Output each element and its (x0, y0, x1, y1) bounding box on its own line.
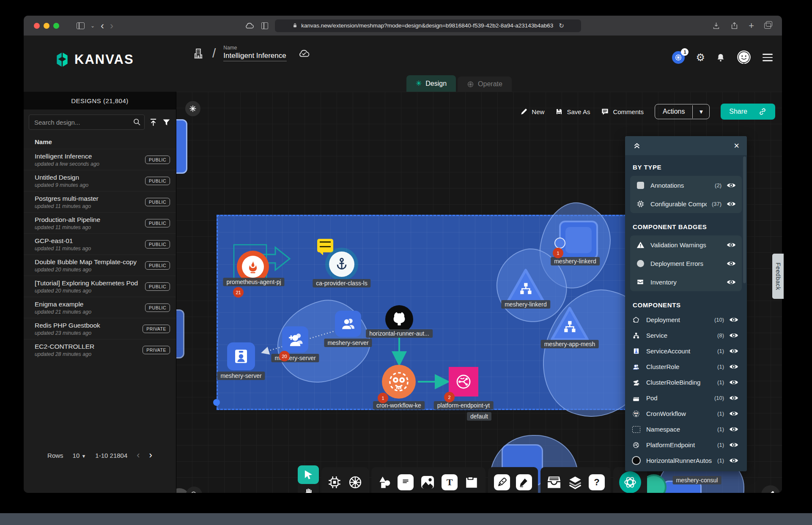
meshery-tool-button[interactable] (619, 471, 641, 493)
actions-caret-icon[interactable]: ▼ (692, 105, 709, 118)
meshery-server-clusterrole-node[interactable] (335, 311, 361, 337)
signature-pen-button[interactable] (761, 485, 780, 493)
eye-icon[interactable] (729, 364, 739, 370)
design-row[interactable]: Redis PHP Guestbook updated 23 minutes a… (24, 318, 176, 339)
eye-icon[interactable] (729, 442, 739, 448)
icloud-icon[interactable] (244, 22, 255, 29)
chevron-down-icon[interactable]: ⌄ (91, 23, 95, 28)
error-count-badge[interactable]: 2 (444, 392, 455, 402)
meshery-server-clusterrolebinding-node[interactable] (282, 326, 308, 353)
image-tool-button[interactable] (420, 474, 436, 490)
collapse-panel-button[interactable] (633, 142, 641, 150)
badge-row-deployment-errors[interactable]: Deployment Errors (630, 254, 742, 273)
eye-icon[interactable] (727, 201, 737, 207)
meshery-linkerd-namespace-node[interactable] (559, 221, 598, 260)
kubernetes-tool-button[interactable] (348, 475, 363, 490)
share-icon[interactable] (730, 22, 738, 30)
menu-hamburger-icon[interactable] (763, 54, 773, 61)
eye-icon[interactable] (729, 395, 739, 401)
design-row[interactable]: Untitled Design updated 9 minutes ago PU… (24, 170, 176, 191)
notifications-bell-icon[interactable] (716, 52, 725, 63)
user-avatar[interactable] (736, 50, 752, 65)
design-row[interactable]: EC2-CONTROLLER updated 28 minutes ago PR… (24, 339, 176, 360)
prev-page-button[interactable]: ‹ (137, 451, 140, 460)
settings-gear-icon[interactable]: ⚙ (696, 52, 705, 63)
edge-pen-tool-button[interactable] (494, 474, 510, 490)
reload-icon[interactable]: ↻ (559, 22, 564, 30)
rows-per-page-select[interactable]: 10 ▼ (73, 452, 86, 459)
sidebar-toggle-icon[interactable] (77, 22, 85, 29)
component-row-serviceaccount[interactable]: ServiceAccount (1) (625, 343, 747, 359)
component-row-pod[interactable]: Pod (10) (625, 390, 747, 406)
error-count-badge[interactable]: 1 (553, 248, 563, 258)
back-button[interactable]: ‹ (101, 20, 104, 32)
platform-endpoint-node[interactable] (449, 367, 478, 396)
badge-row-validation-warnings[interactable]: Validation Warnings (630, 235, 742, 254)
select-tool-button[interactable] (298, 465, 319, 484)
eye-icon[interactable] (729, 457, 739, 464)
design-row[interactable]: Production-alt Pipeline updated 11 minut… (24, 212, 176, 233)
layers-tool-button[interactable] (568, 475, 583, 490)
component-row-clusterrole[interactable]: ClusterRole (1) (625, 359, 747, 375)
canvas-options-button[interactable] (185, 101, 200, 116)
text-tool-button[interactable]: T (442, 474, 458, 490)
layer-row-annotations[interactable]: Annotations (2) (630, 176, 742, 194)
component-row-platformendpoint[interactable]: PlatformEndpoint (1) (625, 437, 747, 453)
error-count-badge[interactable]: 1 (378, 393, 388, 403)
tab-design[interactable]: ✳ Design (406, 75, 456, 92)
offscreen-node[interactable] (176, 119, 187, 174)
design-row[interactable]: Double Bubble Map Template-copy updated … (24, 254, 176, 276)
eye-icon[interactable] (727, 182, 737, 189)
design-row[interactable]: [Tutorial] Exploring Kubernetes Pod upda… (24, 276, 176, 297)
design-name-input[interactable] (223, 51, 287, 61)
eye-icon[interactable] (727, 279, 737, 285)
url-bar[interactable]: kanvas.new/extension/meshmap?mode=design… (275, 19, 581, 32)
search-icon[interactable] (132, 118, 141, 126)
save-as-button[interactable]: Save As (555, 108, 590, 115)
component-row-clusterrolebinding[interactable]: ClusterRoleBinding (1) (625, 375, 747, 390)
next-page-button[interactable]: › (149, 451, 152, 460)
feedback-tab[interactable]: Feedback (772, 254, 784, 299)
eye-icon[interactable] (729, 332, 739, 339)
eye-icon[interactable] (729, 426, 739, 432)
comment-annotation[interactable] (317, 239, 333, 252)
component-row-deployment[interactable]: Deployment (10) (625, 312, 747, 328)
design-row[interactable]: Enigma example updated 21 minutes ago PU… (24, 297, 176, 318)
filter-icon[interactable] (162, 118, 171, 127)
error-count-badge[interactable]: 20 (279, 351, 290, 361)
component-row-namespace[interactable]: Namespace (1) (625, 421, 747, 437)
component-row-cronworkflow[interactable]: CronWorkflow (1) (625, 406, 747, 421)
meshery-server-serviceaccount-node[interactable] (227, 342, 255, 370)
layer-row-configurable-components[interactable]: Configurable Compon (37) (630, 194, 742, 213)
tab-operate[interactable]: Operate (458, 77, 512, 92)
close-panel-button[interactable]: × (734, 141, 739, 150)
tab-overview-icon[interactable] (764, 23, 771, 29)
close-window-button[interactable] (34, 23, 40, 29)
eye-icon[interactable] (727, 242, 737, 248)
reader-icon[interactable] (261, 22, 268, 29)
new-tab-icon[interactable]: + (749, 21, 754, 30)
meshery-linkerd-node[interactable] (505, 268, 546, 304)
pan-tool-button[interactable] (303, 484, 313, 493)
eye-icon[interactable] (729, 317, 739, 323)
actions-dropdown[interactable]: Actions ▼ (655, 104, 710, 119)
comment-tool-button[interactable] (398, 474, 414, 490)
share-button[interactable]: Share (721, 104, 775, 120)
eye-icon[interactable] (727, 260, 737, 267)
kanvas-logo[interactable]: KANVAS (54, 52, 134, 68)
design-row[interactable]: Intelligent Inference updated a few seco… (24, 149, 176, 170)
help-tool-button[interactable]: ? (589, 474, 605, 490)
zoom-window-button[interactable] (53, 23, 59, 29)
component-row-horizontalrunnerautoscaler[interactable]: HorizontalRunnerAutos (1) (625, 453, 747, 468)
shapes-tool-button[interactable] (377, 475, 392, 489)
organization-icon[interactable] (192, 47, 205, 60)
error-count-badge[interactable]: 21 (233, 287, 244, 298)
comments-button[interactable]: Comments (601, 108, 644, 116)
eye-icon[interactable] (729, 379, 739, 386)
forward-button[interactable]: › (110, 20, 113, 32)
search-input[interactable] (29, 115, 145, 130)
meshery-app-mesh-node[interactable] (549, 306, 590, 342)
drawer-tool-button[interactable] (546, 475, 562, 490)
badge-row-inventory[interactable]: Inventory (630, 273, 742, 291)
eye-icon[interactable] (729, 410, 739, 417)
